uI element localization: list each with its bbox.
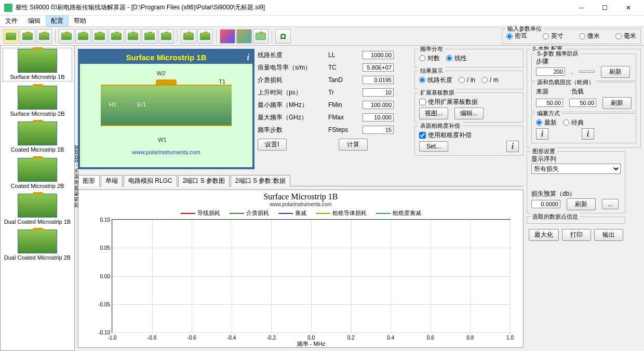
tool-structure-1[interactable] <box>3 29 19 44</box>
chart-tabs: 图形 单端 电路模拟 RLGC 2端口 S 参数图 2端口 S 参数:数据 <box>78 174 524 186</box>
close-button[interactable]: ✕ <box>616 0 640 16</box>
roughness-set-button[interactable]: Set... <box>419 141 448 152</box>
menu-config[interactable]: 配置 <box>46 16 69 26</box>
structure-diagram: i Surface Microstrip 1B W2 T1 H1 Er1 W1 … <box>78 49 254 169</box>
result-show-group: 结果展示 线路长度 / in / m <box>414 71 524 89</box>
units-group: 输入参数单位 密耳 英寸 微米 毫米 <box>502 29 641 44</box>
datapoint-info-group: 选取的数据点信息 <box>527 217 625 224</box>
tool-structure-6[interactable] <box>92 29 108 44</box>
sidebar-item-4[interactable]: Dual Coated Microstrip 1B <box>3 194 72 225</box>
sidebar-item-1[interactable]: Surface Microstrip 2B <box>3 86 72 117</box>
param-LL[interactable]: 1000.00 <box>363 51 394 59</box>
graph-settings-group: 图形设置 显示序列 所有损失 损失预算（db） 0.0000 刷新 ... <box>527 151 625 213</box>
compile-info-1[interactable]: i <box>536 128 548 140</box>
sidebar-item-2[interactable]: Coated Microstrip 1B <box>3 122 72 153</box>
unit-mm[interactable]: 毫米 <box>615 32 636 40</box>
src-impedance[interactable]: 50.00 <box>536 99 563 107</box>
loss-more[interactable]: ... <box>602 199 619 209</box>
menu-file[interactable]: 文件 <box>0 16 23 26</box>
load-impedance[interactable]: 50.00 <box>569 99 596 107</box>
step-input[interactable]: 200 <box>536 68 565 76</box>
param-FMax[interactable]: 10.000 <box>363 113 394 122</box>
export-button[interactable]: 输出 <box>594 229 623 241</box>
parameter-panel: 线路长度LL1000.00 痕量电导率（s/m）TC5.80E+07 介质损耗T… <box>258 49 411 169</box>
compile-classic[interactable]: 经典 <box>563 118 584 127</box>
menu-help[interactable]: 帮助 <box>69 16 91 26</box>
tool-structure-11[interactable] <box>181 29 196 44</box>
chart-area: Surface Microstrip 1B www.polarinstrumen… <box>78 190 524 348</box>
chart-subtitle: www.polarinstruments.com <box>81 201 521 207</box>
toolbar: Ω 输入参数单位 密耳 英寸 微米 毫米 <box>0 27 644 46</box>
tool-structure-8[interactable] <box>125 29 141 44</box>
sidebar-item-5[interactable]: Dual Coated Microstrip 2B <box>3 230 72 261</box>
tab-sparam-data[interactable]: 2端口 S 参数:数据 <box>231 175 290 186</box>
loss-budget-input[interactable]: 0.0000 <box>531 200 560 208</box>
param-FSteps[interactable]: 15 <box>363 126 394 134</box>
sparam-config-group: S-参数 配置 S-参数 频率阶跃 步骤 200 . 刷新 源和负载阻抗（欧姆）… <box>527 49 641 148</box>
tool-special-1[interactable] <box>220 29 235 44</box>
menubar: 文件 编辑 配置 帮助 <box>0 16 644 27</box>
roughness-check[interactable]: 使用粗糙度补偿 <box>419 131 472 140</box>
chart-plot[interactable]: 所有粗糙度损失 - dB/line 频率 - MHz -0.10-0.050.0… <box>112 219 511 333</box>
sidebar-item-0[interactable]: Surface Microstrip 1B <box>3 48 72 82</box>
chart-title: Surface Microstrip 1B <box>81 192 521 201</box>
roughness-group: 表面粗糙度补偿 使用粗糙度补偿 Set... i <box>414 126 524 156</box>
tab-sparam-graph[interactable]: 2端口 S 参数图 <box>178 175 230 186</box>
freq-dist-group: 频率分布 对数 线性 <box>414 49 524 68</box>
freq-linear[interactable]: 线性 <box>446 54 467 63</box>
minimize-button[interactable]: ─ <box>570 0 593 16</box>
freq-log[interactable]: 对数 <box>419 54 440 63</box>
ext-sub-check[interactable]: 使用扩展基板数据 <box>419 98 478 106</box>
result-linelen[interactable]: 线路长度 <box>419 76 452 85</box>
info-icon[interactable]: i <box>247 53 249 62</box>
param-FMin[interactable]: 100.000 <box>363 101 394 109</box>
tab-graph[interactable]: 图形 <box>78 175 100 186</box>
tab-rlgc[interactable]: 电路模拟 RLGC <box>124 175 177 186</box>
tool-structure-4[interactable] <box>59 29 74 44</box>
roughness-info-icon[interactable]: i <box>506 141 519 152</box>
tool-structure-7[interactable] <box>109 29 124 44</box>
unit-um[interactable]: 微米 <box>579 32 600 40</box>
impedance-refresh[interactable]: 刷新 <box>602 97 632 109</box>
unit-inch[interactable]: 英寸 <box>543 32 564 40</box>
maximize-button[interactable]: ☐ <box>593 0 616 16</box>
sidebar-item-3[interactable]: Coated Microstrip 2B <box>3 158 72 190</box>
tab-single[interactable]: 单端 <box>101 175 123 186</box>
set-button[interactable]: 设置I <box>258 139 287 151</box>
diagram-title: Surface Microstrip 1B <box>80 51 252 64</box>
structure-sidebar: Surface Microstrip 1B Surface Microstrip… <box>0 46 75 351</box>
tool-structure-5[interactable] <box>75 29 91 44</box>
step-refresh[interactable]: 刷新 <box>601 66 630 78</box>
tool-structure-9[interactable] <box>142 29 157 44</box>
maximize-chart-button[interactable]: 最大化 <box>529 229 559 241</box>
param-TC[interactable]: 5.80E+07 <box>363 63 394 72</box>
compile-latest[interactable]: 最新 <box>536 118 557 127</box>
result-per-in[interactable]: / in <box>459 76 475 84</box>
diagram-url: www.polarinstruments.com <box>80 147 252 157</box>
ext-substrate-group: 扩展基板数据 使用扩展基板数据 视图... 编辑... <box>414 92 524 123</box>
series-select[interactable]: 所有损失 <box>531 164 621 174</box>
result-per-m[interactable]: / m <box>481 76 499 84</box>
loss-refresh[interactable]: 刷新 <box>567 198 596 210</box>
print-button[interactable]: 打印 <box>562 229 591 241</box>
tool-omega[interactable]: Ω <box>275 29 291 44</box>
param-Tr[interactable]: 10 <box>363 88 394 97</box>
units-label: 输入参数单位 <box>505 25 544 33</box>
tool-structure-10[interactable] <box>158 29 174 44</box>
edit-button[interactable]: 编辑... <box>454 107 484 119</box>
titlebar: 极性 Si9000 印刷电路板传输线场解算器 - [D:\Program Fil… <box>0 0 644 16</box>
tool-structure-12[interactable] <box>197 29 213 44</box>
tool-special-3[interactable] <box>253 29 269 44</box>
calc-button[interactable]: 计算 <box>339 139 368 151</box>
window-title: 极性 Si9000 印刷电路板传输线场解算器 - [D:\Program Fil… <box>16 3 570 12</box>
tool-special-2[interactable] <box>236 29 252 44</box>
param-TanD[interactable]: 0.0195 <box>363 76 394 84</box>
app-icon <box>4 4 12 12</box>
view-button[interactable]: 视图... <box>419 107 448 119</box>
tool-structure-3[interactable] <box>36 29 52 44</box>
compile-info-2[interactable]: i <box>582 128 594 140</box>
menu-edit[interactable]: 编辑 <box>23 16 46 26</box>
tool-structure-2[interactable] <box>20 29 35 44</box>
chart-legend: 导线损耗 介质损耗 衰减 粗糙导体损耗 粗糙度衰减 <box>81 207 521 219</box>
unit-mil[interactable]: 密耳 <box>506 32 527 40</box>
